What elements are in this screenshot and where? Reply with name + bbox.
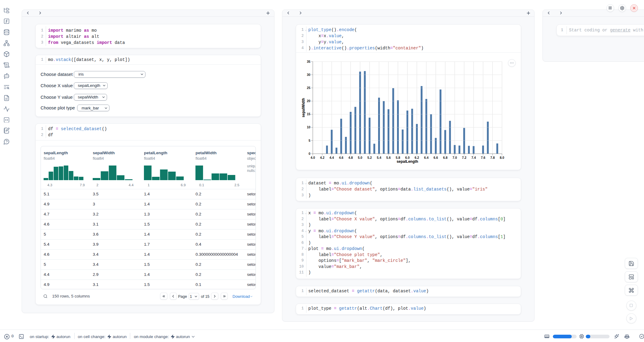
svg-text:5: 5 (309, 139, 310, 142)
svg-text:0: 0 (309, 152, 310, 155)
svg-text:7.8: 7.8 (490, 156, 495, 159)
svg-text:4.0: 4.0 (310, 156, 315, 159)
svg-text:15: 15 (307, 112, 310, 116)
svg-text:20: 20 (307, 99, 310, 103)
svg-text:7.2: 7.2 (462, 156, 467, 159)
svg-text:6.2: 6.2 (414, 156, 419, 159)
svg-text:7.4: 7.4 (471, 156, 476, 159)
svg-text:6.4: 6.4 (424, 156, 428, 159)
svg-text:35: 35 (307, 60, 310, 63)
svg-text:5.6: 5.6 (386, 156, 391, 159)
svg-text:5.8: 5.8 (395, 156, 400, 159)
svg-text:7.6: 7.6 (481, 156, 485, 159)
svg-text:6.0: 6.0 (405, 156, 410, 159)
svg-text:10: 10 (307, 126, 310, 129)
svg-text:6.6: 6.6 (433, 156, 438, 159)
svg-text:30: 30 (307, 73, 310, 77)
svg-text:4.2: 4.2 (320, 156, 324, 159)
svg-text:4.8: 4.8 (348, 156, 353, 159)
svg-text:sepalWidth: sepalWidth (301, 98, 305, 117)
svg-text:4.6: 4.6 (339, 156, 343, 159)
svg-text:25: 25 (307, 86, 310, 90)
svg-text:sepalLength: sepalLength (396, 159, 418, 164)
svg-text:5.4: 5.4 (377, 156, 381, 159)
svg-text:5.2: 5.2 (367, 156, 372, 159)
svg-text:6.8: 6.8 (443, 156, 448, 159)
svg-text:7.0: 7.0 (453, 156, 457, 159)
svg-text:8.0: 8.0 (500, 156, 504, 159)
svg-text:5.0: 5.0 (358, 156, 362, 159)
svg-text:4.4: 4.4 (329, 156, 334, 159)
